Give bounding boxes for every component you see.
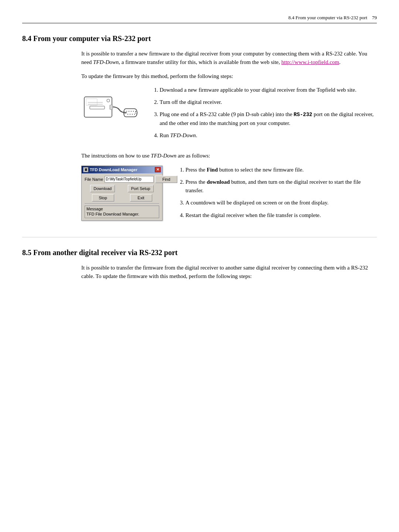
tfd-port-setup-button[interactable]: Port Setup [128,185,154,192]
connector-image-col [81,86,140,145]
tfd-filename-row: File Name Find [85,176,159,183]
svg-point-12 [132,114,132,115]
bottom-steps-list: Press the Find button to select the new … [177,166,377,220]
tfd-message-legend: Message [86,207,157,211]
header-section-title: 8.4 From your computer via RS-232 port [289,15,367,20]
tfd-download-button[interactable]: Download [90,185,115,192]
tfd-message-label: Message [86,207,103,211]
section-84-heading: 8.4 From your computer via RS-232 port [22,34,377,43]
svg-point-13 [134,114,134,115]
section-84-para1: It is possible to transfer a new firmwar… [22,50,377,81]
instructions-intro-para: The instructions on how to use TFD-Down … [81,152,377,160]
header-page-number: 79 [372,15,377,20]
svg-point-7 [130,111,131,112]
tfd-titlebar: 🖥 TFD DownLoad Manager ✕ [82,166,162,173]
svg-rect-1 [90,106,105,109]
section-84-heading-text: 8.4 From your computer via RS-232 port [22,34,151,43]
step-1: Download a new firmware applicable to yo… [160,86,377,94]
svg-point-8 [133,111,133,112]
section-85-para1-text: It is possible to transfer the firmware … [81,265,368,279]
tfd-download-portsetup-row: Download Port Setup [85,185,159,192]
svg-point-6 [128,111,129,112]
tfd-separator [85,203,159,204]
instructions-tfd-italic: TFD-Down [151,153,176,159]
tfd-window-title: TFD DownLoad Manager [90,167,137,172]
step-4: Run TFD-Down. [160,131,377,140]
page-header: 8.4 From your computer via RS-232 port 7… [22,15,377,23]
tfd-stop-exit-row: Stop Exit [85,194,159,201]
tfd-down-italic: TFD-Down [93,59,119,65]
tfd-app-icon: 🖥 [83,167,88,172]
bottom-step-4: Restart the digital receiver when the fi… [185,211,377,220]
section-85-body: It is possible to transfer the firmware … [22,264,377,281]
section-divider [22,237,377,237]
para1-cont: , a firmware transfer utility for this, … [119,59,281,65]
para1: It is possible to transfer a new firmwar… [81,50,377,67]
tfd-stop-button[interactable]: Stop [92,194,114,201]
tfd-filename-label: File Name [85,177,103,182]
step-2: Turn off the digital receiver. [160,98,377,106]
svg-point-5 [126,111,127,112]
tfd-find-button[interactable]: Find [155,176,177,183]
svg-rect-0 [84,97,112,117]
steps-list-1-4: Download a new firmware applicable to yo… [151,86,377,140]
svg-point-10 [127,114,128,115]
svg-point-11 [129,114,130,115]
para1-end: . [339,59,341,65]
para2-text: To update the firmware by this method, p… [81,73,233,79]
steps-1-4-col: Download a new firmware applicable to yo… [151,86,377,145]
connector-illustration [82,86,140,145]
para2: To update the firmware by this method, p… [81,72,377,81]
section-85-para1: It is possible to transfer the firmware … [81,264,377,281]
page-header-text: 8.4 From your computer via RS-232 port 7… [289,15,377,21]
instructions-intro: The instructions on how to use TFD-Down … [22,152,377,160]
section-85-heading: 8.5 From another digital receiver via RS… [22,248,377,257]
tfd-download-manager-window: 🖥 TFD DownLoad Manager ✕ File Name Find … [81,166,163,221]
section-85-heading-text: 8.5 From another digital receiver via RS… [22,248,178,257]
tfd-titlebar-left: 🖥 TFD DownLoad Manager [83,167,137,172]
instructions-pre: The instructions on how to use [81,153,151,159]
topfield-link[interactable]: http://www.i-topfield.com [282,59,340,65]
tfd-message-value: TFD File Download Manager. [86,212,139,216]
tfd-window-col: 🖥 TFD DownLoad Manager ✕ File Name Find … [81,166,166,226]
bottom-step-1: Press the Find button to select the new … [185,166,377,174]
bottom-step-3: A countdown will be displayed on screen … [185,199,377,207]
instructions-post: are as follows: [177,153,210,159]
tfd-body: File Name Find Download Port Setup Stop … [82,173,162,220]
bottom-step-2: Press the download button, and then turn… [185,178,377,195]
tfd-message-group: Message TFD File Download Manager. [85,206,159,218]
tfd-exit-button[interactable]: Exit [130,194,152,201]
bottom-two-col: 🖥 TFD DownLoad Manager ✕ File Name Find … [22,166,377,226]
tfd-close-button[interactable]: ✕ [155,167,161,172]
image-steps-twocol: Download a new firmware applicable to yo… [22,86,377,145]
bottom-steps-col: Press the Find button to select the new … [177,166,377,226]
svg-point-2 [107,99,110,102]
tfd-filename-input[interactable] [105,176,154,183]
step-3: Plug one end of a RS-232 cable (9 pin D-… [160,110,377,128]
tfd-message-text: TFD File Download Manager. [86,212,157,216]
